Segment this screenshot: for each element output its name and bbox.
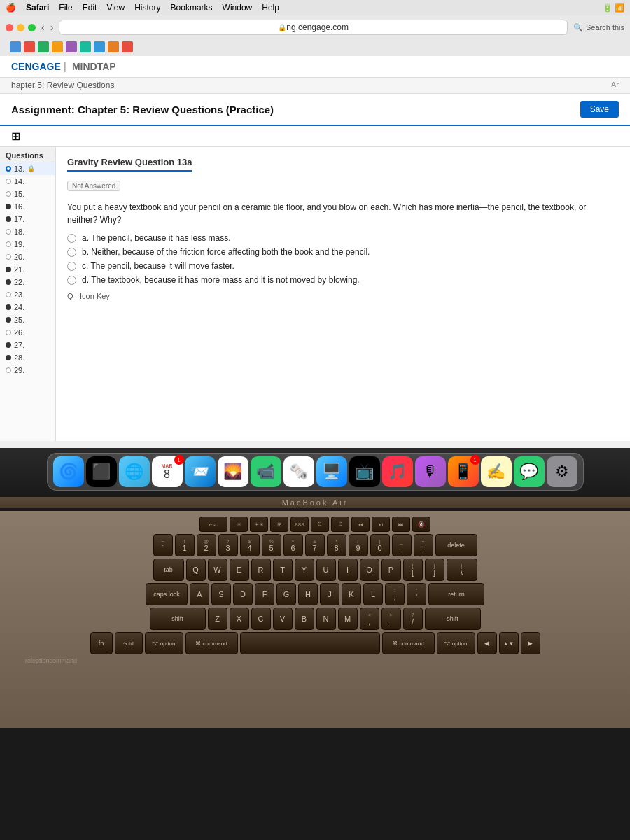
sidebar-item-16[interactable]: 16. (0, 200, 55, 213)
key-l[interactable]: L (363, 583, 383, 606)
bookmark-9[interactable] (122, 41, 133, 52)
key-u[interactable]: U (316, 559, 336, 581)
sidebar-item-22[interactable]: 22. (0, 276, 55, 288)
key-tab[interactable]: tab (153, 559, 184, 581)
key-z[interactable]: Z (208, 608, 227, 630)
forward-button[interactable]: › (50, 22, 54, 33)
key-k[interactable]: K (342, 583, 361, 606)
dock-messages[interactable]: 💬 (514, 456, 545, 487)
key-f5[interactable]: ⠿ (311, 517, 329, 532)
key-option-right[interactable]: ⌥ option (437, 632, 475, 654)
address-bar[interactable]: 🔒 ng.cengage.com (59, 20, 568, 35)
key-command-left[interactable]: ⌘ command (186, 632, 238, 654)
key-f7[interactable]: ⏮ (351, 517, 370, 532)
key-0[interactable]: )0 (370, 534, 390, 556)
key-s[interactable]: S (211, 583, 231, 606)
key-rbracket[interactable]: }] (425, 559, 444, 581)
apple-menu[interactable]: 🍎 (6, 3, 16, 13)
key-6[interactable]: ^6 (284, 534, 303, 556)
dock-settings[interactable]: ⚙ (547, 456, 578, 487)
bookmark-8[interactable] (108, 41, 119, 52)
sidebar-item-15[interactable]: 15. (0, 188, 55, 200)
key-delete[interactable]: delete (435, 534, 477, 556)
key-h[interactable]: H (298, 583, 318, 606)
sidebar-item-21[interactable]: 21. (0, 263, 55, 276)
sidebar-item-26[interactable]: 26. (0, 326, 55, 339)
key-f10[interactable]: 🔇 (412, 517, 430, 532)
sidebar-item-27[interactable]: 27. (0, 339, 55, 351)
key-a[interactable]: A (190, 583, 209, 606)
dock-facetime[interactable]: 📹 (251, 456, 281, 487)
key-shift-right[interactable]: shift (425, 608, 481, 630)
sidebar-item-13[interactable]: 13. 🔒 (0, 162, 55, 175)
key-lbracket[interactable]: {[ (403, 559, 423, 581)
sidebar-item-28[interactable]: 28. (0, 351, 55, 364)
key-space[interactable] (240, 632, 380, 654)
key-f4[interactable]: 888 (290, 517, 309, 532)
radio-c[interactable] (67, 262, 76, 271)
key-esc[interactable]: esc (200, 517, 227, 532)
key-right-arrow[interactable]: ▶ (521, 632, 540, 654)
key-f2[interactable]: ☀☀ (250, 517, 268, 532)
dock-calendar[interactable]: MAR 8 1 (152, 456, 183, 487)
key-o[interactable]: O (360, 559, 379, 581)
key-d[interactable]: D (233, 583, 253, 606)
history-menu[interactable]: History (134, 3, 160, 13)
dock-mail[interactable]: 📨 (185, 456, 216, 487)
key-backslash[interactable]: |\ (447, 559, 477, 581)
toolbar-icon[interactable]: ⊞ (11, 130, 20, 142)
help-menu[interactable]: Help (262, 3, 279, 13)
edit-menu[interactable]: Edit (83, 3, 97, 13)
key-fn[interactable]: fn (90, 632, 113, 654)
key-m[interactable]: M (338, 608, 358, 630)
key-f1[interactable]: ☀ (230, 517, 248, 532)
key-x[interactable]: X (230, 608, 249, 630)
sidebar-item-18[interactable]: 18. (0, 225, 55, 238)
minimize-button[interactable] (17, 24, 24, 31)
key-shift-left[interactable]: shift (150, 608, 206, 630)
key-ctrl[interactable]: ^ctrl (115, 632, 143, 654)
dock-notes[interactable]: ✍ (481, 456, 512, 487)
key-f[interactable]: F (255, 583, 274, 606)
key-5[interactable]: %5 (262, 534, 281, 556)
sidebar-item-29[interactable]: 29. (0, 364, 55, 377)
dock-launchpad[interactable]: ⬛ (86, 456, 117, 487)
dock-appstore[interactable]: 🖥️ (316, 456, 347, 487)
key-semicolon[interactable]: :; (385, 583, 405, 606)
radio-b[interactable] (67, 248, 76, 257)
key-quote[interactable]: "' (407, 583, 426, 606)
dock-photos[interactable]: 🌄 (218, 456, 248, 487)
option-c[interactable]: c. The pencil, because it will move fast… (67, 261, 619, 271)
key-9[interactable]: (9 (349, 534, 368, 556)
key-caps[interactable]: caps lock (146, 583, 188, 606)
option-d[interactable]: d. The textbook, because it has more mas… (67, 275, 619, 285)
sidebar-item-14[interactable]: 14. (0, 175, 55, 188)
key-option-left[interactable]: ⌥ option (145, 632, 183, 654)
key-3[interactable]: #3 (218, 534, 238, 556)
dock-finder[interactable]: 🌀 (53, 456, 84, 487)
key-7[interactable]: &7 (305, 534, 325, 556)
sidebar-item-25[interactable]: 25. (0, 314, 55, 326)
bookmarks-menu[interactable]: Bookmarks (171, 3, 213, 13)
key-2[interactable]: @2 (197, 534, 216, 556)
radio-d[interactable] (67, 276, 76, 285)
key-f6[interactable]: ⠿ (331, 517, 349, 532)
sidebar-item-17[interactable]: 17. (0, 213, 55, 225)
key-equals[interactable]: += (414, 534, 433, 556)
sidebar-item-20[interactable]: 20. (0, 251, 55, 263)
close-button[interactable] (6, 24, 13, 31)
dock-notification[interactable]: 📱 1 (448, 456, 479, 487)
key-n[interactable]: N (316, 608, 336, 630)
dock-news[interactable]: 🗞️ (284, 456, 314, 487)
key-minus[interactable]: _- (392, 534, 412, 556)
bookmark-2[interactable] (24, 41, 35, 52)
key-r[interactable]: R (251, 559, 271, 581)
dock-music[interactable]: 🎵 (382, 456, 413, 487)
key-w[interactable]: W (208, 559, 227, 581)
key-slash[interactable]: ?/ (403, 608, 423, 630)
key-left-arrow[interactable]: ◀ (477, 632, 497, 654)
maximize-button[interactable] (28, 24, 36, 31)
dock-safari[interactable]: 🌐 (119, 456, 150, 487)
key-f3[interactable]: ⊞ (270, 517, 288, 532)
key-c[interactable]: C (251, 608, 271, 630)
